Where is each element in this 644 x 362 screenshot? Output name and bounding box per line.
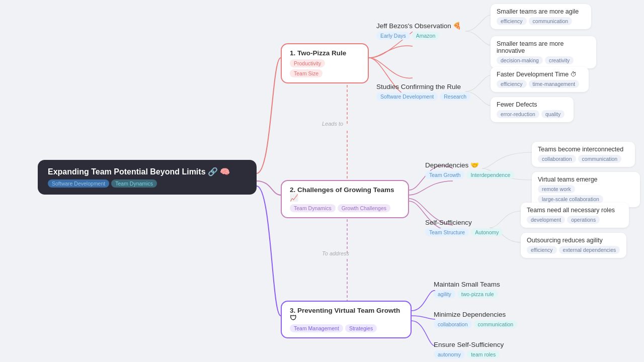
- l2-tag-2-2-2: Autonomy: [471, 228, 503, 236]
- leaf-2-2-2: Outsourcing reduces agility efficiency e…: [521, 233, 626, 258]
- leaf-tag-1-1-1-1: efficiency: [497, 17, 527, 25]
- leaf-title-1-1-1: Smaller teams are more agile: [497, 8, 585, 15]
- leaf-tag-1-2-2-2: quality: [541, 110, 565, 118]
- leaf-tag-2-1-2-2: large-scale collaboration: [538, 195, 603, 203]
- l2-title-2-1: Dependencies 🤝: [425, 161, 514, 169]
- leaf-tag-2-2-2-1: efficiency: [527, 246, 557, 254]
- l2-branch-1-2: Studies Confirming the Rule Software Dev…: [376, 83, 470, 101]
- leaf-1-1-1: Smaller teams are more agile efficiency …: [491, 4, 591, 29]
- leaf-tag-2-2-2-2: external dependencies: [559, 246, 620, 254]
- l2-branch-1-1: Jeff Bezos's Observation 🍕 Early Days Am…: [376, 22, 461, 40]
- leaf-tag-1-1-2-2: creativity: [545, 56, 574, 64]
- l2-tag-2-2-1: Team Structure: [425, 228, 469, 236]
- l1-tag-3-1: Team Management: [290, 324, 343, 332]
- l1-tag-3-2: Strategies: [345, 324, 377, 332]
- l1-tag-2-2: Growth Challenges: [338, 204, 390, 212]
- l2-tag-3-1-2: two-pizza rule: [457, 290, 498, 298]
- l1-title-1: 1. Two-Pizza Rule: [290, 49, 360, 57]
- l2-tag-1-2-1: Software Development: [376, 93, 438, 101]
- l2-tag-3-3-1: autonomy: [434, 350, 465, 358]
- l2-branch-2-2: Self-Sufficiency Team Structure Autonomy: [425, 219, 503, 236]
- l1-tag-1-1: Productivity: [290, 59, 325, 67]
- l2-branch-2-1: Dependencies 🤝 Team Growth Interdependen…: [425, 161, 514, 179]
- root-tag-2: Team Dynamics: [111, 179, 157, 188]
- l2-tag-3-2-2: communication: [474, 320, 518, 328]
- root-node: Expanding Team Potential Beyond Limits 🔗…: [38, 160, 257, 195]
- l2-title-2-2: Self-Sufficiency: [425, 219, 503, 226]
- leaf-tag-2-1-1-2: communication: [578, 155, 622, 163]
- l1-title-2: 2. Challenges of Growing Teams 📈: [290, 186, 400, 202]
- leaf-title-2-1-1: Teams become interconnected: [538, 146, 629, 153]
- root-tag-1: Software Development: [48, 179, 109, 188]
- leaf-title-2-1-2: Virtual teams emerge: [538, 176, 634, 183]
- l2-tag-3-1-1: agility: [434, 290, 455, 298]
- l2-title-1-1: Jeff Bezos's Observation 🍕: [376, 22, 461, 30]
- l1-title-3: 3. Preventing Virtual Team Growth 🛡: [290, 307, 403, 322]
- root-tags: Software Development Team Dynamics: [48, 179, 247, 188]
- leaf-title-1-2-1: Faster Development Time ⏱: [497, 71, 583, 78]
- leaf-tag-1-1-1-2: communication: [529, 17, 573, 25]
- l1-tag-1-2: Team Size: [290, 69, 323, 77]
- connector-label-1: Leads to: [322, 121, 343, 127]
- leaf-1-2-1: Faster Development Time ⏱ efficiency tim…: [491, 67, 589, 92]
- leaf-tag-2-2-1-2: operations: [567, 216, 600, 224]
- l2-tag-1-2-2: Research: [440, 93, 470, 101]
- leaf-1-1-2: Smaller teams are more innovative decisi…: [491, 36, 596, 68]
- l2-tag-2-1-2: Interdependence: [466, 171, 514, 179]
- leaf-2-1-2: Virtual teams emerge remote work large-s…: [532, 172, 640, 207]
- leaf-tag-1-1-2-1: decision-making: [497, 56, 543, 64]
- l2-title-3-3: Ensure Self-Sufficiency: [434, 341, 504, 348]
- leaf-tag-1-2-2-1: error-reduction: [497, 110, 539, 118]
- l2-branch-3-2: Minimize Dependencies collaboration comm…: [434, 311, 517, 328]
- leaf-2-2-1: Teams need all necessary roles developme…: [521, 203, 629, 228]
- leaf-tag-2-1-2-1: remote work: [538, 185, 575, 193]
- l2-tag-3-3-2: team roles: [467, 350, 500, 358]
- leaf-tag-1-2-1-2: time-management: [529, 80, 580, 88]
- l1-node-2[interactable]: 2. Challenges of Growing Teams 📈 Team Dy…: [281, 180, 409, 218]
- l1-node-1[interactable]: 1. Two-Pizza Rule Productivity Team Size: [281, 43, 369, 83]
- l1-tag-2-1: Team Dynamics: [290, 204, 336, 212]
- leaf-tag-2-1-1-1: collaboration: [538, 155, 576, 163]
- connector-label-2: To address: [322, 250, 349, 256]
- l2-tag-2-1-1: Team Growth: [425, 171, 464, 179]
- l2-title-3-1: Maintain Small Teams: [434, 281, 500, 288]
- leaf-1-2-2: Fewer Defects error-reduction quality: [491, 97, 574, 122]
- l1-node-3[interactable]: 3. Preventing Virtual Team Growth 🛡 Team…: [281, 301, 412, 338]
- l2-branch-3-1: Maintain Small Teams agility two-pizza r…: [434, 281, 500, 298]
- l2-tag-1-1-2: Amazon: [412, 32, 440, 40]
- leaf-tag-1-2-1-1: efficiency: [497, 80, 527, 88]
- l2-title-1-2: Studies Confirming the Rule: [376, 83, 470, 90]
- root-title: Expanding Team Potential Beyond Limits 🔗…: [48, 167, 247, 176]
- leaf-title-1-1-2: Smaller teams are more innovative: [497, 40, 590, 54]
- l2-title-3-2: Minimize Dependencies: [434, 311, 517, 318]
- leaf-title-1-2-2: Fewer Defects: [497, 101, 568, 108]
- leaf-2-1-1: Teams become interconnected collaboratio…: [532, 142, 635, 167]
- leaf-title-2-2-2: Outsourcing reduces agility: [527, 237, 620, 244]
- l2-tag-3-2-1: collaboration: [434, 320, 472, 328]
- leaf-tag-2-2-1-1: development: [527, 216, 565, 224]
- l2-tag-1-1-1: Early Days: [376, 32, 410, 40]
- leaf-title-2-2-1: Teams need all necessary roles: [527, 207, 623, 214]
- l2-branch-3-3: Ensure Self-Sufficiency autonomy team ro…: [434, 341, 504, 358]
